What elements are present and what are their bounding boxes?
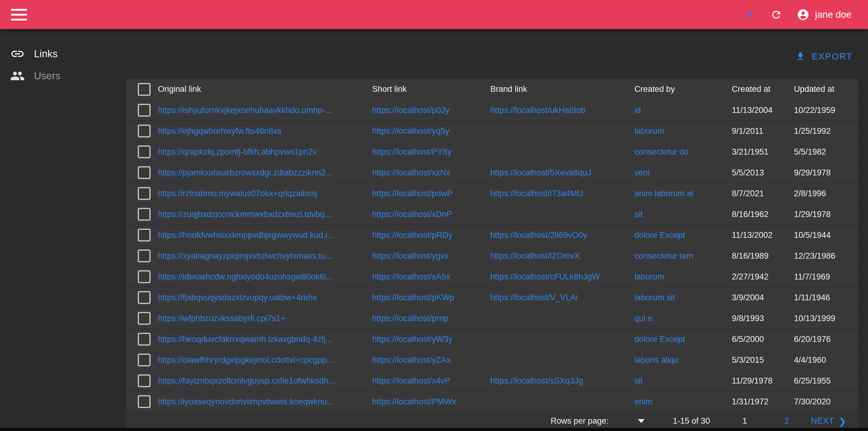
column-header-original-link[interactable]: Original link [158, 85, 372, 94]
updated-at: 2/8/1996 [794, 189, 858, 198]
row-checkbox[interactable] [138, 187, 151, 200]
short-link[interactable]: https://localhost/xzNx [372, 168, 490, 178]
next-label: NEXT [811, 416, 834, 426]
created-by[interactable]: anim laborum al [634, 189, 732, 198]
brand-link[interactable]: https://localhost/i73a4MU [490, 189, 634, 198]
brand-link[interactable]: https://localhost/cFULk8hJgW [490, 272, 634, 282]
row-checkbox[interactable] [138, 374, 151, 387]
row-checkbox[interactable] [138, 249, 151, 262]
menu-icon[interactable] [11, 9, 27, 21]
column-header-created-by[interactable]: Created by [634, 85, 732, 94]
row-checkbox[interactable] [138, 395, 151, 408]
updated-at: 12/23/1986 [794, 251, 858, 261]
updated-at: 1/29/1978 [794, 210, 858, 219]
short-link[interactable]: https://localhost/pRDy [372, 230, 490, 240]
updated-at: 4/4/1960 [794, 356, 858, 365]
row-checkbox[interactable] [138, 229, 151, 242]
row-checkbox[interactable] [138, 353, 151, 366]
short-link[interactable]: https://localhost/PY8y [372, 147, 490, 157]
created-by[interactable]: sit [634, 210, 732, 219]
column-header-short-link[interactable]: Short link [372, 85, 490, 94]
created-by[interactable]: qui e [634, 314, 732, 323]
created-by[interactable]: laborum [634, 126, 732, 136]
page-button-2[interactable]: 2 [784, 416, 789, 426]
table-row: https://idwuwhcdw.nghxiyodo4uzohsgw80ok6… [126, 266, 858, 287]
brand-link[interactable]: https://localhost/2lI69vO0y [490, 230, 634, 240]
row-checkbox[interactable] [138, 104, 151, 117]
row-checkbox[interactable] [138, 145, 151, 158]
brand-link[interactable]: https://localhost/ukHat9ob [490, 105, 634, 115]
created-by[interactable]: id [634, 105, 732, 115]
column-header-brand-link[interactable]: Brand link [490, 85, 634, 94]
row-checkbox[interactable] [138, 333, 151, 346]
original-link[interactable]: https://qrapkzlq.zpomfj-bfkh,abhpvwo1pn2… [158, 147, 372, 157]
short-link[interactable]: https://localhost/p0Jy [372, 105, 490, 115]
original-link[interactable]: https://pjamkxafauebzrowsxdgi.zdtabzzzik… [158, 168, 372, 178]
created-by[interactable]: dolore Except [634, 230, 732, 240]
short-link[interactable]: https://localhost/yq5y [372, 126, 490, 136]
short-link[interactable]: https://localhost/yZAx [372, 356, 490, 365]
original-link[interactable]: https://iyoaseqynovdortviimpvbawis.koeqw… [158, 397, 372, 406]
sidebar-item-links[interactable]: Links [0, 43, 125, 65]
created-by[interactable]: enim [634, 397, 732, 406]
add-link-button[interactable] [743, 8, 756, 21]
original-link[interactable]: https://rzlnabmo.mywalus07okx+qrlqzaibss… [158, 189, 372, 198]
created-by[interactable]: laboris aliqu [634, 356, 732, 365]
created-by[interactable]: laborum sit [634, 293, 732, 302]
short-link[interactable]: https://localhost/pdwP [372, 189, 490, 198]
original-link[interactable]: https://idwuwhcdw.nghxiyodo4uzohsgw80ok6… [158, 272, 372, 282]
row-checkbox[interactable] [138, 291, 151, 304]
column-header-updated-at[interactable]: Updated at [794, 85, 858, 94]
next-page-button[interactable]: NEXT ❯ [811, 416, 846, 426]
brand-link[interactable]: https://localhost/5Xeva8quJ [490, 168, 634, 178]
row-checkbox[interactable] [138, 312, 151, 325]
app-bar: jane doe [0, 0, 868, 29]
original-link[interactable]: https://ishyufornkvjkejxoehuhaavkkhdo.um… [158, 105, 372, 115]
short-link[interactable]: https://localhost/yW3y [372, 335, 490, 344]
short-link[interactable]: https://localhost/PMWx [372, 397, 490, 406]
row-checkbox[interactable] [138, 270, 151, 283]
created-by[interactable]: laborum [634, 272, 732, 282]
original-link[interactable]: https://wfphbzuzvkssabyrfi.cpl7s1+ [158, 314, 372, 323]
original-link[interactable]: https://heoqduvcfakrrxqwamh.lzkavgbndq-4… [158, 335, 372, 344]
created-by[interactable]: sit [634, 376, 732, 386]
original-link[interactable]: https://faytznbqxzcflcmlvguysp.cxfie1ofw… [158, 376, 372, 386]
user-menu[interactable]: jane doe [797, 8, 851, 21]
short-link[interactable]: https://localhost/xA5x [372, 272, 490, 282]
original-link[interactable]: https://xyalragnayzpiqimjxvbzlwchvytxmax… [158, 251, 372, 261]
original-link[interactable]: https://hoofdvwhsixxkmppvdbjxgwwywud.kud… [158, 230, 372, 240]
row-checkbox[interactable] [138, 166, 151, 179]
row-checkbox[interactable] [138, 208, 151, 221]
sidebar-item-users[interactable]: Users [0, 65, 125, 87]
original-link[interactable]: https://oiawfhhryrdgxlpgkejmol.cdottxl+c… [158, 356, 372, 365]
created-at: 3/9/2004 [732, 293, 794, 302]
created-by[interactable]: dolore Except [634, 335, 732, 344]
original-link[interactable]: https://zuqjbxdzjccnickmmwxbxdzxbwzl.tdv… [158, 210, 372, 219]
export-button[interactable]: EXPORT [795, 49, 853, 64]
brand-link[interactable]: https://localhost/lZOmvX [490, 251, 634, 261]
created-by[interactable]: consectetur tem [634, 251, 732, 261]
created-by[interactable]: veni [634, 168, 732, 178]
select-all-checkbox[interactable] [138, 83, 151, 96]
page-button-1[interactable]: 1 [743, 416, 747, 426]
table-row: https://rzlnabmo.mywalus07okx+qrlqzaibss… [126, 183, 858, 204]
row-checkbox[interactable] [138, 125, 151, 137]
column-header-created-at[interactable]: Created at [732, 85, 794, 94]
brand-link[interactable]: https://localhost/V_VLAi [490, 293, 634, 302]
links-table: Original link Short link Brand link Crea… [126, 79, 858, 430]
short-link[interactable]: https://localhost/xDnP [372, 210, 490, 219]
short-link[interactable]: https://localhost/x4vP [372, 376, 490, 386]
rows-per-page-select[interactable] [638, 419, 645, 423]
export-label: EXPORT [812, 52, 853, 62]
short-link[interactable]: https://localhost/ygvx [372, 251, 490, 261]
refresh-button[interactable] [770, 9, 782, 21]
created-at: 11/29/1978 [732, 376, 794, 386]
created-by[interactable]: consectetur do [634, 147, 732, 157]
short-link[interactable]: https://localhost/pKWp [372, 293, 490, 302]
original-link[interactable]: https://fjabqvuqysdazxlzvupqy.uatbw+4reh… [158, 293, 372, 302]
brand-link[interactable]: https://localhost/sSXq3Jg [490, 376, 634, 386]
created-at: 2/27/1942 [732, 272, 794, 282]
short-link[interactable]: https://localhost/prnp [372, 314, 490, 323]
original-link[interactable]: https://ejhgqwborhwyfw.fto46n8xs [158, 126, 372, 136]
user-name: jane doe [815, 9, 851, 20]
